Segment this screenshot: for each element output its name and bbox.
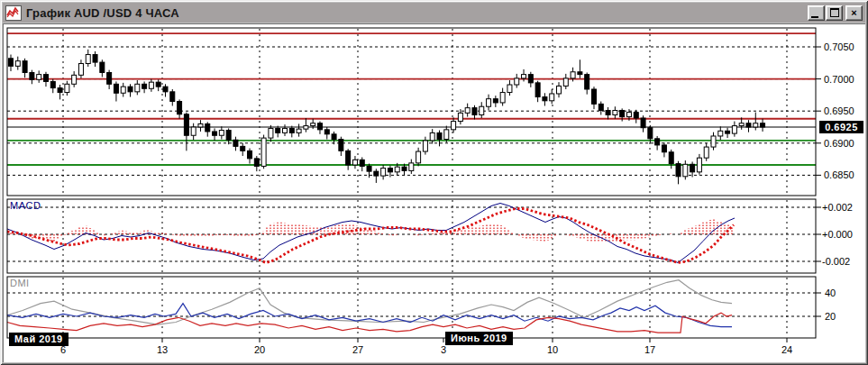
candle — [100, 59, 105, 77]
candle — [191, 123, 196, 141]
dmi-panel-label: DMI — [10, 278, 30, 288]
candle — [317, 122, 322, 134]
candle — [430, 129, 434, 143]
candle — [591, 87, 596, 109]
title-bar[interactable]: График AUD /USD 4 ЧАСА × — [3, 3, 865, 23]
dmi-tick-label: 40 — [825, 287, 836, 298]
candle — [248, 148, 252, 163]
candle — [241, 143, 245, 156]
candle — [598, 102, 603, 115]
candle — [606, 107, 610, 120]
candle — [732, 122, 736, 137]
macd-panel-label: MACD — [10, 200, 41, 211]
candle — [360, 157, 364, 171]
candle — [515, 74, 519, 88]
candle — [261, 135, 266, 169]
candle — [198, 120, 203, 132]
month-badge-june: Июнь 2019 — [445, 332, 513, 345]
candle — [65, 81, 69, 96]
candle — [718, 126, 723, 140]
macd-tick-label: +0.000 — [822, 229, 853, 240]
candle — [535, 81, 540, 102]
candle — [500, 88, 505, 106]
price-tick-label: 0.7050 — [824, 41, 854, 52]
candle — [184, 113, 188, 151]
candle — [269, 125, 273, 142]
candle — [669, 150, 673, 169]
date-tick-label: 27 — [352, 344, 363, 355]
maximize-icon — [830, 8, 839, 17]
candle — [86, 50, 90, 67]
candle — [233, 137, 238, 151]
candle — [23, 59, 27, 78]
candle — [213, 128, 217, 141]
candle — [178, 99, 182, 118]
minimize-icon — [811, 16, 818, 18]
date-tick-label: 20 — [254, 344, 265, 355]
candle — [9, 55, 14, 72]
chart-canvas: 0.70500.70000.69500.69000.6850+0.002+0.0… — [0, 0, 868, 365]
price-tick-label: 0.7000 — [824, 74, 854, 85]
candle — [543, 93, 547, 105]
macd-tick-label: -0.002 — [822, 256, 850, 267]
candle — [219, 126, 224, 139]
candle — [480, 102, 484, 118]
candle — [423, 137, 427, 155]
candle — [557, 82, 562, 97]
candle — [324, 127, 329, 140]
candle — [585, 72, 589, 94]
candle — [135, 80, 140, 95]
minimize-button[interactable] — [808, 5, 825, 21]
candle — [493, 96, 498, 107]
candle — [304, 118, 308, 132]
chart-window-icon — [5, 5, 22, 21]
window-controls: × — [807, 5, 863, 21]
candle — [93, 51, 97, 67]
macd-panel — [7, 199, 816, 273]
candle — [550, 89, 554, 104]
dmi-panel — [7, 277, 816, 338]
macd-plot — [7, 204, 735, 263]
candle — [507, 80, 512, 96]
candle — [78, 59, 83, 78]
candle — [465, 104, 470, 117]
close-button[interactable]: × — [845, 5, 863, 21]
candle — [339, 137, 343, 156]
candle — [206, 122, 210, 136]
candle — [563, 74, 568, 89]
level-lines — [7, 33, 816, 165]
candle — [163, 84, 168, 96]
candle — [170, 89, 175, 106]
close-icon: × — [851, 8, 856, 18]
maximize-button[interactable] — [826, 5, 843, 21]
date-tick-label: 17 — [644, 344, 655, 355]
month-badge-may: Май 2019 — [9, 333, 69, 346]
candle — [107, 70, 112, 89]
candle — [30, 70, 34, 85]
candle — [613, 106, 617, 119]
candle — [72, 71, 77, 87]
candle — [437, 131, 442, 147]
price-tick-label: 0.6850 — [824, 169, 854, 180]
candle — [416, 148, 421, 167]
candle — [726, 128, 730, 138]
candle — [156, 79, 160, 91]
candle — [697, 154, 701, 175]
candle — [142, 81, 147, 93]
candle — [332, 132, 336, 144]
date-tick-label: 24 — [781, 344, 792, 355]
candle — [114, 81, 118, 101]
candle — [346, 149, 351, 169]
candle — [58, 85, 62, 99]
candle — [487, 95, 491, 111]
candle — [149, 79, 153, 92]
plus_di-line — [7, 304, 732, 327]
candle — [297, 123, 301, 136]
date-tick-label: 10 — [547, 344, 558, 355]
candle — [452, 117, 456, 132]
candle — [528, 72, 533, 87]
candle — [472, 105, 477, 120]
candle — [655, 136, 660, 151]
candle — [15, 57, 20, 70]
candle — [641, 115, 645, 132]
